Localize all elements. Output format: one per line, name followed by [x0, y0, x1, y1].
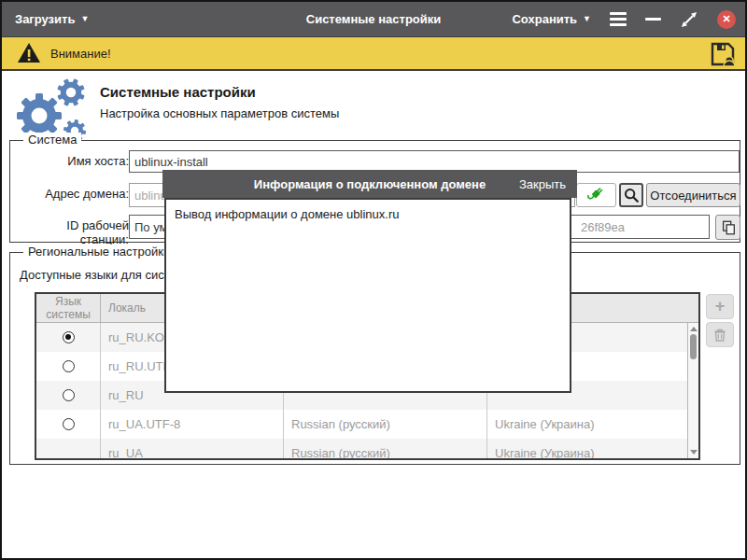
radio-unselected[interactable]: [63, 418, 75, 430]
close-icon[interactable]: ✕: [717, 10, 736, 29]
copy-icon: [720, 219, 737, 236]
scroll-down-icon[interactable]: [690, 450, 698, 455]
dialog-content-text: Вывод информации о домене ublinux.ru: [175, 207, 399, 221]
menu-icon[interactable]: [610, 12, 627, 26]
scroll-up-icon[interactable]: [690, 327, 698, 331]
system-section-legend: Система: [23, 133, 81, 147]
trash-icon: [712, 328, 727, 343]
delete-locale-button[interactable]: [706, 322, 734, 347]
scrollbar-thumb[interactable]: [690, 334, 697, 359]
domain-info-dialog: Информация о подключенном домене Закрыть…: [162, 170, 577, 395]
minimize-icon[interactable]: [645, 18, 661, 21]
plus-icon: +: [715, 298, 726, 315]
warning-bar: Внимание!: [2, 36, 745, 71]
dialog-title: Информация о подключенном домене: [162, 170, 577, 198]
table-row[interactable]: ru_UA.UTF-8 Russian (русский) Ukraine (У…: [36, 410, 698, 439]
chevron-down-icon: ▼: [80, 15, 89, 23]
domain-label: Адрес домена:: [15, 187, 129, 201]
plug-icon: [586, 185, 607, 205]
page-title: Системные настройки: [100, 84, 256, 100]
search-icon: [623, 187, 640, 203]
chevron-down-icon: ▼: [583, 15, 591, 23]
add-locale-button[interactable]: +: [706, 294, 734, 319]
load-dropdown-label: Загрузить: [15, 12, 75, 26]
warning-text: Внимание!: [50, 47, 111, 61]
dialog-title-bar: Информация о подключенном домене Закрыть: [162, 170, 577, 198]
regional-section-legend: Региональные настройки: [23, 245, 175, 259]
radio-selected[interactable]: [63, 331, 75, 343]
radio-unselected[interactable]: [63, 389, 75, 401]
maximize-icon[interactable]: [680, 10, 698, 29]
disconnect-button[interactable]: Отсоединиться: [646, 183, 740, 207]
table-scrollbar[interactable]: [687, 323, 698, 458]
domain-info-button[interactable]: [619, 183, 643, 207]
page-subtitle: Настройка основных параметров системы: [100, 106, 339, 120]
top-bar: Системные настройки Загрузить ▼ Сохранит…: [2, 2, 745, 36]
copy-id-button[interactable]: [715, 215, 740, 240]
table-row[interactable]: ru_UA Russian (русский) Ukraine (Украина…: [36, 439, 698, 460]
dialog-content: Вывод информации о домене ublinux.ru: [164, 198, 571, 393]
save-user-settings-icon[interactable]: [710, 41, 736, 71]
warning-triangle-icon: [17, 42, 41, 64]
radio-unselected[interactable]: [63, 360, 75, 372]
load-dropdown-button[interactable]: Загрузить ▼: [15, 2, 89, 36]
app-window: Системные настройки Загрузить ▼ Сохранит…: [0, 0, 747, 560]
column-header-system-language[interactable]: Язык системы: [36, 294, 100, 323]
dialog-close-button[interactable]: Закрыть: [519, 170, 566, 198]
save-dropdown-button[interactable]: Сохранить ▼: [512, 12, 591, 26]
hostname-label: Имя хоста:: [15, 154, 129, 168]
save-dropdown-label: Сохранить: [512, 12, 577, 26]
domain-connect-button[interactable]: [576, 183, 616, 207]
workstation-id-label: ID рабочей станции:: [15, 218, 129, 246]
